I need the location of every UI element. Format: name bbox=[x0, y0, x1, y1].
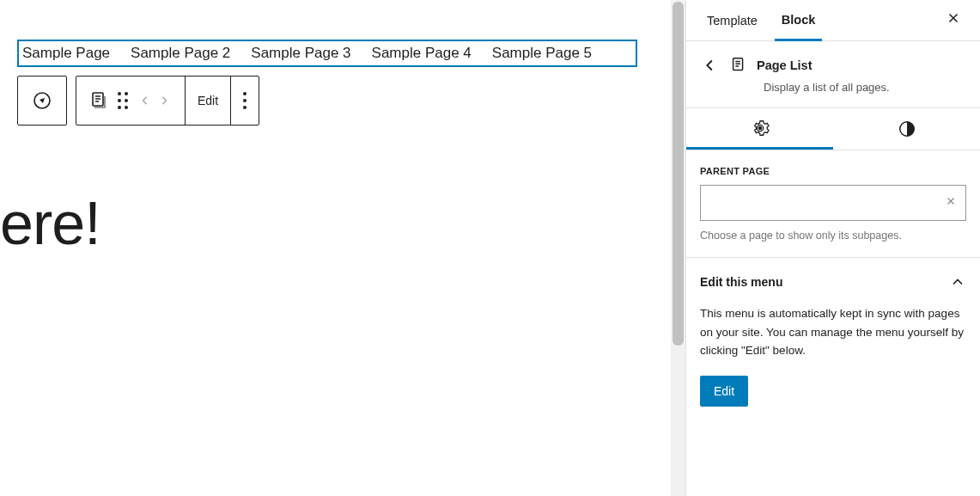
parent-page-label: Parent page bbox=[700, 166, 966, 176]
parent-page-help: Choose a page to show only its subpages. bbox=[700, 230, 966, 242]
nav-item[interactable]: Sample Page 5 bbox=[492, 45, 592, 62]
parent-page-panel: Parent page Choose a page to show only i… bbox=[686, 150, 980, 258]
chevron-left-icon bbox=[701, 56, 720, 75]
block-title: Page List bbox=[757, 58, 812, 72]
parent-page-select[interactable] bbox=[700, 185, 966, 221]
settings-sidebar: Template Block Page List Display a list … bbox=[685, 0, 980, 496]
scrollbar-thumb[interactable] bbox=[673, 2, 684, 346]
edit-segment[interactable]: Edit bbox=[186, 77, 231, 125]
clear-button[interactable] bbox=[945, 195, 957, 211]
edit-menu-body: This menu is automatically kept in sync … bbox=[700, 304, 966, 360]
gear-icon bbox=[751, 119, 770, 138]
edit-menu-title: Edit this menu bbox=[700, 275, 782, 289]
drag-handle-icon[interactable] bbox=[118, 92, 128, 109]
heading-text[interactable]: ere! bbox=[0, 189, 100, 258]
sidebar-tabs: Template Block bbox=[686, 0, 980, 41]
navigation-parent-button[interactable] bbox=[17, 76, 67, 126]
half-circle-icon bbox=[898, 119, 916, 138]
compass-icon bbox=[32, 90, 52, 111]
block-description: Display a list of all pages. bbox=[764, 81, 966, 94]
chevron-right-icon bbox=[155, 92, 173, 109]
edit-menu-panel-header[interactable]: Edit this menu bbox=[700, 273, 966, 291]
settings-inner-tabs bbox=[686, 108, 980, 150]
more-vertical-icon bbox=[243, 92, 247, 109]
block-type-segment bbox=[76, 77, 186, 125]
tab-settings-icon[interactable] bbox=[686, 108, 833, 150]
page-list-block[interactable]: Sample Page Sample Page 2 Sample Page 3 … bbox=[17, 40, 637, 67]
editor-canvas[interactable]: Sample Page Sample Page 2 Sample Page 3 … bbox=[0, 0, 685, 496]
edit-label: Edit bbox=[198, 94, 218, 107]
nav-item[interactable]: Sample Page 4 bbox=[372, 45, 472, 62]
edit-menu-panel: Edit this menu This menu is automaticall… bbox=[686, 258, 980, 422]
nav-item[interactable]: Sample Page 3 bbox=[251, 45, 350, 62]
close-sidebar-button[interactable] bbox=[940, 7, 966, 34]
more-options-button[interactable] bbox=[231, 77, 259, 125]
chevron-up-icon bbox=[949, 273, 966, 291]
close-icon bbox=[945, 195, 957, 207]
chevron-left-icon bbox=[137, 92, 154, 109]
canvas-scrollbar[interactable] bbox=[671, 0, 685, 496]
close-icon bbox=[946, 10, 961, 26]
move-arrows[interactable] bbox=[137, 92, 173, 109]
page-list-icon bbox=[729, 56, 748, 75]
block-header: Page List Display a list of all pages. bbox=[686, 41, 980, 108]
page-list-icon[interactable] bbox=[88, 90, 109, 111]
nav-item[interactable]: Sample Page bbox=[22, 45, 110, 62]
tab-template[interactable]: Template bbox=[700, 0, 764, 41]
tab-block[interactable]: Block bbox=[775, 0, 823, 41]
block-toolbar: Edit bbox=[17, 76, 259, 126]
edit-menu-button[interactable]: Edit bbox=[700, 376, 748, 407]
back-button[interactable] bbox=[700, 55, 721, 76]
svg-point-3 bbox=[758, 126, 762, 130]
tab-styles-icon[interactable] bbox=[833, 108, 980, 150]
nav-item[interactable]: Sample Page 2 bbox=[131, 45, 230, 62]
